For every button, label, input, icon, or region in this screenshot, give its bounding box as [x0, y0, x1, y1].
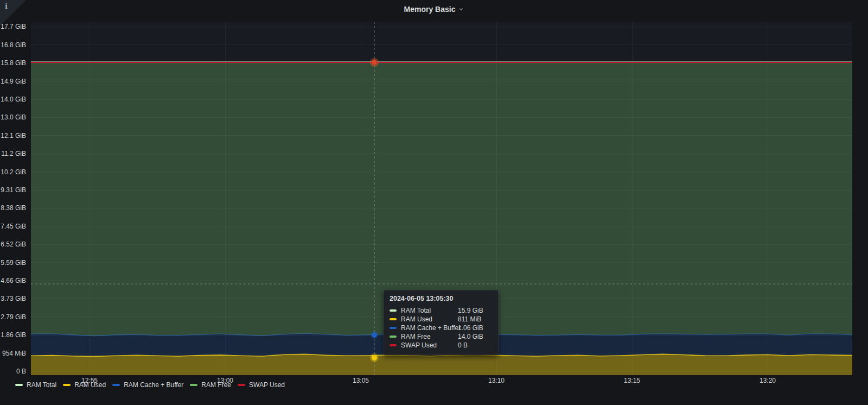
tooltip-series-swatch-icon [390, 309, 397, 312]
y-tick-label: 16.8 GiB [0, 41, 26, 49]
y-tick-label: 1.86 GiB [0, 331, 26, 339]
legend-swatch-icon [190, 384, 197, 386]
legend-item-swap-used[interactable]: SWAP Used [238, 381, 285, 389]
legend-label: SWAP Used [249, 381, 285, 389]
y-tick-label: 3.73 GiB [0, 295, 26, 302]
hover-tooltip: 2024-06-05 13:05:30 RAM Total15.9 GiBRAM… [384, 290, 499, 355]
x-tick-label: 13:10 [480, 377, 513, 384]
tooltip-row: SWAP Used0 B [390, 341, 493, 350]
y-tick-label: 14.9 GiB [0, 78, 26, 85]
legend-item-ram-free[interactable]: RAM Free [190, 381, 231, 389]
tooltip-series-value: 15.9 GiB [458, 307, 483, 314]
legend-label: RAM Used [74, 381, 106, 389]
tooltip-series-swatch-icon [390, 344, 397, 346]
y-tick-label: 4.66 GiB [0, 277, 26, 284]
info-icon: i [5, 2, 8, 10]
y-tick-label: 12.1 GiB [0, 132, 26, 140]
legend: RAM TotalRAM UsedRAM Cache + BufferRAM F… [15, 381, 291, 389]
area-ram-used [31, 354, 852, 375]
legend-swatch-icon [112, 384, 120, 386]
y-tick-label: 954 MiB [0, 350, 26, 357]
swap-point-marker [372, 60, 377, 65]
y-tick-label: 7.45 GiB [0, 223, 26, 230]
y-tick-label: 0 B [0, 368, 26, 375]
tooltip-series-label: RAM Free [401, 333, 458, 340]
tooltip-series-swatch-icon [390, 327, 397, 329]
legend-item-ram-used[interactable]: RAM Used [63, 381, 106, 389]
legend-swatch-icon [63, 384, 71, 386]
tooltip-series-swatch-icon [390, 336, 397, 338]
legend-item-ram-cache-buffer[interactable]: RAM Cache + Buffer [112, 381, 183, 389]
info-corner-triangle [0, 0, 26, 26]
y-tick-label: 15.8 GiB [0, 59, 26, 67]
panel-title-text: Memory Basic [404, 5, 456, 14]
y-tick-label: 2.79 GiB [0, 313, 26, 321]
chevron-down-icon [458, 7, 464, 12]
tooltip-timestamp: 2024-06-05 13:05:30 [390, 295, 493, 302]
cache-point-marker [372, 332, 377, 337]
y-tick-label: 5.59 GiB [0, 259, 26, 267]
tooltip-series-swatch-icon [390, 318, 397, 320]
tooltip-series-label: RAM Cache + Buffer [401, 324, 458, 332]
y-tick-label: 6.52 GiB [0, 241, 26, 248]
tooltip-row: RAM Total15.9 GiB [390, 306, 493, 315]
y-tick-label: 14.0 GiB [0, 96, 26, 103]
y-tick-label: 9.31 GiB [0, 186, 26, 194]
legend-item-ram-total[interactable]: RAM Total [15, 381, 56, 389]
y-tick-label: 8.38 GiB [0, 204, 26, 212]
tooltip-series-value: 14.0 GiB [458, 333, 483, 340]
legend-swatch-icon [15, 384, 23, 386]
tooltip-row: RAM Free14.0 GiB [390, 332, 493, 341]
tooltip-series-label: RAM Total [401, 307, 458, 314]
tooltip-rows: RAM Total15.9 GiBRAM Used811 MiBRAM Cach… [390, 306, 493, 350]
panel-title-menu[interactable]: Memory Basic [404, 5, 464, 14]
tooltip-series-value: 1.06 GiB [458, 324, 483, 332]
x-tick-label: 13:05 [344, 377, 377, 384]
x-tick-label: 13:20 [751, 377, 784, 384]
y-tick-label: 10.2 GiB [0, 168, 26, 176]
y-tick-label: 11.2 GiB [0, 150, 26, 157]
tooltip-row: RAM Cache + Buffer1.06 GiB [390, 324, 493, 332]
legend-label: RAM Cache + Buffer [124, 381, 183, 389]
memory-basic-panel: i Memory Basic 0 B954 MiB1.86 GiB2.79 Gi… [0, 0, 868, 405]
used-point-marker [372, 355, 377, 360]
tooltip-series-value: 0 B [458, 341, 468, 349]
x-tick-label: 13:15 [616, 377, 648, 384]
tooltip-row: RAM Used811 MiB [390, 315, 493, 324]
y-tick-label: 13.0 GiB [0, 113, 26, 121]
panel-header: Memory Basic [0, 0, 868, 18]
panel-info-corner[interactable]: i [0, 0, 26, 26]
legend-label: RAM Total [27, 381, 56, 389]
tooltip-series-value: 811 MiB [458, 315, 481, 323]
tooltip-series-label: SWAP Used [401, 341, 458, 349]
tooltip-series-label: RAM Used [401, 315, 458, 323]
legend-swatch-icon [238, 384, 245, 386]
legend-label: RAM Free [201, 381, 231, 389]
